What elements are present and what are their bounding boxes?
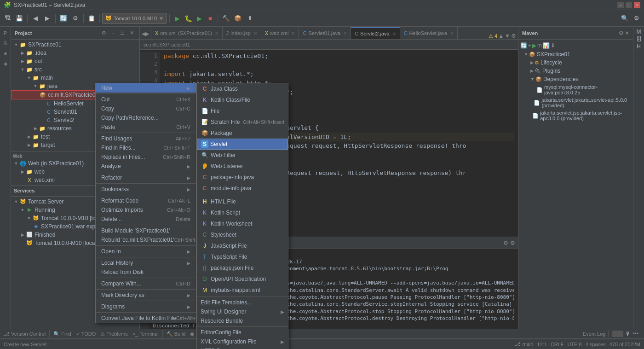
cm-item-new[interactable]: New ▶ xyxy=(96,83,196,93)
cm-item-cut[interactable]: Cut Ctrl+X xyxy=(96,95,196,104)
update-btn[interactable]: ⬆ xyxy=(244,13,255,24)
cm-item-copy-path[interactable]: Copy Path/Reference... xyxy=(96,113,196,122)
tab-index-jsp[interactable]: J index.jsp ✕ xyxy=(223,27,261,39)
editor-nav-down[interactable]: ▼ xyxy=(505,33,510,39)
minimize-button[interactable]: – xyxy=(617,2,624,8)
sm-file[interactable]: 📄 File xyxy=(197,105,288,116)
project-close-btn[interactable]: ✕ xyxy=(127,29,136,37)
sm-web-listener[interactable]: 👂 Web Listener xyxy=(197,161,288,172)
left-icon-project[interactable]: P xyxy=(1,29,10,38)
tomcat-selector[interactable]: 🐱 Tomcat 10.0.0-M10 ▼ xyxy=(102,13,167,24)
sm-stylesheet[interactable]: C Stylesheet xyxy=(197,229,288,240)
project-menu-btn[interactable]: ☰ xyxy=(118,29,126,37)
project-settings-btn[interactable]: ⚙ xyxy=(100,29,108,37)
maven-dependencies-folder[interactable]: ▼ 📦 Dependencies xyxy=(518,75,633,83)
sm-scratch[interactable]: 📝 Scratch File Ctrl+Alt+Shift+Insert xyxy=(197,116,288,128)
save-btn[interactable]: 💾 xyxy=(14,13,25,24)
cm-item-optimize[interactable]: Optimize Imports Ctrl+Alt+O xyxy=(96,205,196,215)
cm-item-convert[interactable]: Convert Java File to Kotlin File Ctrl+Al… xyxy=(96,314,196,323)
bt-problems[interactable]: ⚠ Problems xyxy=(98,330,129,338)
debug-btn[interactable]: 🐛 xyxy=(183,13,193,23)
maven-dep-jsp[interactable]: 📄 jakarta.servlet.jsp:jakarta.servlet.js… xyxy=(518,109,633,122)
cm-item-mark-dir[interactable]: Mark Directory as ▶ xyxy=(96,291,196,300)
sm-ts-file[interactable]: T TypeScript File xyxy=(197,251,288,262)
sm-kotlin-script[interactable]: K Kotlin Script xyxy=(197,207,288,218)
maven-add-btn[interactable]: + xyxy=(528,42,531,49)
run-btn[interactable]: ▶ xyxy=(172,13,182,23)
sm-editorconfig[interactable]: EditorConfig File xyxy=(197,328,288,337)
maven-diagram-btn[interactable]: 📊 xyxy=(543,42,550,49)
maven-plugins[interactable]: ▶ 🔌 Plugins xyxy=(518,67,633,75)
cm-item-build-module[interactable]: Build Module 'SXPractice01' xyxy=(96,226,196,235)
cm-item-diagrams[interactable]: Diagrams ▶ xyxy=(96,302,196,311)
sm-module-info[interactable]: C module-info.java xyxy=(197,183,288,194)
right-icon-maven[interactable]: M xyxy=(637,29,641,35)
sm-html-file[interactable]: H HTML File xyxy=(197,196,288,207)
sm-edit-templates[interactable]: Edit File Templates... xyxy=(197,298,288,307)
sm-resource-bundle[interactable]: Resource Bundle xyxy=(197,316,288,326)
tree-item-out[interactable]: ▶ 📁 out xyxy=(11,57,139,65)
tab-servlet2[interactable]: C Servlet2.java ✕ xyxy=(351,27,400,39)
cm-item-local-history[interactable]: Local History ▶ xyxy=(96,258,196,268)
right-icon-hierarchy[interactable]: H xyxy=(637,43,641,50)
tab-close-hello[interactable]: ✕ xyxy=(450,31,454,36)
close-button[interactable]: ✕ xyxy=(634,2,640,8)
stop-btn[interactable]: ■ xyxy=(205,13,215,23)
cm-item-bookmarks[interactable]: Bookmarks ▶ xyxy=(96,185,196,194)
sm-mybatis[interactable]: M mybatis-mapper.xml xyxy=(197,285,288,296)
sm-java-class[interactable]: C Java Class xyxy=(197,83,288,94)
cm-item-rebuild[interactable]: Rebuild 'cc.mllt.SXPractcie01' Ctrl+Shif… xyxy=(96,235,196,244)
left-icon-structure[interactable]: S xyxy=(1,39,10,48)
log-settings-btn[interactable]: ⚙ xyxy=(503,240,508,246)
cm-item-reload[interactable]: Reload from Disk xyxy=(96,268,196,277)
log-gear-btn[interactable]: ⚙ xyxy=(510,240,515,246)
tab-om-xml[interactable]: X om.xml (SXPractice01) ✕ xyxy=(151,27,223,39)
settings-btn[interactable]: ⚙ xyxy=(70,13,81,24)
sm-kotlin-class[interactable]: K Kotlin Class/File xyxy=(197,94,288,105)
tab-servlet01[interactable]: C Servlet01.java ✕ xyxy=(299,27,351,39)
tree-root[interactable]: ▼ 📁 SXPractice01 xyxy=(11,41,139,49)
tab-close-om[interactable]: ✕ xyxy=(215,31,218,36)
bt-terminal[interactable]: >_ Terminal xyxy=(131,330,161,338)
structure-btn[interactable]: 📋 xyxy=(86,13,97,24)
tab-web-xml[interactable]: X web.xml ✕ xyxy=(261,27,299,39)
maven-dep-servlet[interactable]: 📄 jakarta.servlet:jakarta.servlet-api:5.… xyxy=(518,96,633,109)
settings-global[interactable]: ⚙ xyxy=(631,13,642,24)
tab-close-index[interactable]: ✕ xyxy=(253,31,257,36)
gradle-btn[interactable]: 📦 xyxy=(232,13,243,24)
cm-item-replace-files[interactable]: Replace in Files... Ctrl+Shift+R xyxy=(96,152,196,162)
run-coverage-btn[interactable]: ▶ xyxy=(194,13,204,23)
sm-kotlin-worksheet[interactable]: K Kotlin Worksheet xyxy=(197,218,288,229)
sm-package-info[interactable]: C package-info.java xyxy=(197,172,288,183)
bt-find[interactable]: 🔍 Find xyxy=(52,330,73,338)
search-everywhere[interactable]: 🔍 xyxy=(619,13,630,24)
tab-close-web[interactable]: ✕ xyxy=(291,31,295,36)
tree-item-idea[interactable]: ▶ 📁 .idea xyxy=(11,49,139,57)
maven-settings-btn[interactable]: ⚙ xyxy=(619,30,624,36)
git-branch[interactable]: ⎇ main xyxy=(515,341,533,347)
sm-servlet[interactable]: S Servlet xyxy=(197,139,288,150)
forward-btn[interactable]: ▶ xyxy=(42,13,53,24)
cm-item-compare[interactable]: Compare With... Ctrl+D xyxy=(96,279,196,288)
sm-package-json[interactable]: {} package.json File xyxy=(197,262,288,273)
tree-item-main[interactable]: ▼ 📁 main xyxy=(11,74,139,82)
project-icon[interactable]: 🏗 xyxy=(2,13,13,24)
cm-item-find-usages[interactable]: Find Usages Alt+F7 xyxy=(96,134,196,143)
maven-close-btn[interactable]: ✕ xyxy=(625,30,629,36)
sm-js-file[interactable]: J JavaScript File xyxy=(197,240,288,251)
cm-item-analyze[interactable]: Analyze ▶ xyxy=(96,162,196,171)
cm-item-refactor[interactable]: Refactor ▶ xyxy=(96,173,196,182)
right-icon-db[interactable]: 🗄 xyxy=(636,36,642,42)
sm-xml-config[interactable]: XML Configuration File ▶ xyxy=(197,337,288,346)
bt-version-control[interactable]: ⎇ Version Control xyxy=(2,330,47,338)
bt-todo[interactable]: ✓ TODO xyxy=(74,330,98,338)
cm-item-copy[interactable]: Copy Ctrl+C xyxy=(96,104,196,113)
editor-nav-up[interactable]: ▲ xyxy=(498,33,504,39)
maven-run-btn[interactable]: ▶ xyxy=(532,42,536,49)
maven-root[interactable]: ▼ 📦 SXPractice01 xyxy=(518,50,633,58)
cm-item-delete[interactable]: Delete... Delete xyxy=(96,215,196,224)
maven-collapse-btn[interactable]: ⬇ xyxy=(551,42,555,49)
build-btn[interactable]: 🔨 xyxy=(220,13,231,24)
maven-dep-mysql[interactable]: 📄 mysql:mysql-connector-java:pom:8.0.25 xyxy=(518,83,633,96)
cm-item-open-in[interactable]: Open In ▶ xyxy=(96,247,196,256)
